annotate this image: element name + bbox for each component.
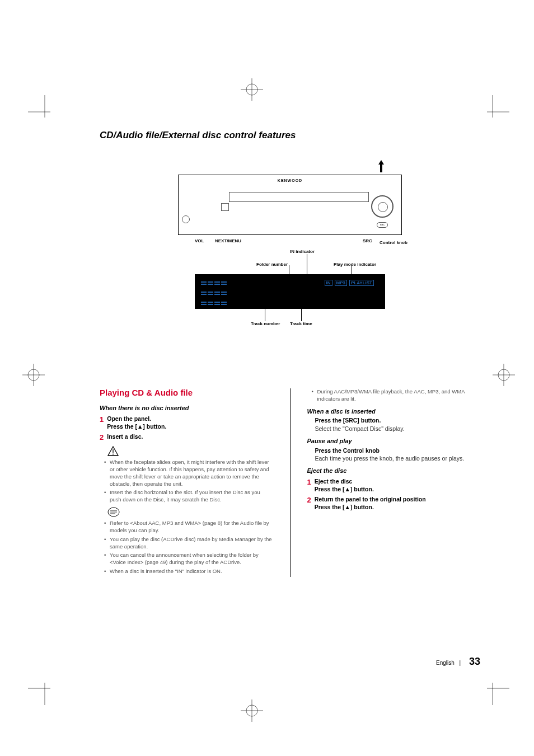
heading-playing-cd: Playing CD & Audio file bbox=[100, 387, 273, 398]
eject-icon: ▲ bbox=[137, 423, 143, 430]
instruction-bold: Press the [SRC] button. bbox=[315, 416, 480, 424]
registration-mark-bottom bbox=[235, 694, 269, 727]
display-tag-in: IN bbox=[325, 280, 332, 286]
step-2-title: Insert a disc. bbox=[107, 433, 273, 440]
step-number: 1 bbox=[307, 477, 311, 493]
step-title: Eject the disc bbox=[315, 477, 480, 485]
subheading-pause-play: Pause and play bbox=[307, 437, 480, 445]
label-next-menu: NEXT/MENU bbox=[215, 238, 241, 243]
instruction-text: Select the "Compact Disc" display. bbox=[315, 425, 480, 433]
footer-sep: | bbox=[460, 660, 461, 666]
crop-mark-bottom-right bbox=[476, 672, 509, 705]
brand-label: KENWOOD bbox=[278, 179, 302, 182]
step-number: 2 bbox=[307, 495, 311, 511]
label-src: SRC bbox=[363, 238, 372, 243]
step-instruction: Press the [▲] button. bbox=[315, 503, 480, 511]
right-column: During AAC/MP3/WMA file playback, the AA… bbox=[307, 387, 480, 577]
eject-step-1: 1 Eject the disc Press the [▲] button. bbox=[307, 477, 480, 493]
instruction-text: Each time you press the knob, the audio … bbox=[315, 454, 480, 462]
warning-icon bbox=[107, 446, 273, 458]
label-vol: VOL bbox=[195, 238, 204, 243]
page-number: 33 bbox=[469, 656, 480, 667]
disc-slot bbox=[229, 192, 369, 202]
footer-lang: English bbox=[436, 660, 455, 666]
list-item: You can cancel the announcement when sel… bbox=[110, 552, 273, 566]
label-play-mode-indicator: Play mode indicator bbox=[334, 262, 376, 267]
eject-icon: ▲ bbox=[344, 504, 350, 510]
step-instruction: Press the [▲] button. bbox=[315, 485, 480, 493]
vol-knob-icon bbox=[182, 215, 190, 223]
step-title: Return the panel to the original positio… bbox=[315, 495, 480, 503]
instruction-bold: Press the Control knob bbox=[315, 447, 480, 454]
registration-mark-right bbox=[487, 358, 521, 392]
note-list: Refer to <About AAC, MP3 and WMA> (page … bbox=[100, 520, 273, 575]
label-track-time: Track time bbox=[290, 321, 312, 326]
column-divider bbox=[290, 388, 291, 577]
list-item: When the faceplate slides open, it might… bbox=[110, 459, 273, 487]
subheading-disc-inserted: When a disc is inserted bbox=[307, 407, 480, 416]
label-control-knob: Control knob bbox=[380, 240, 407, 245]
list-item: When a disc is inserted the "IN" indicat… bbox=[110, 568, 273, 575]
note-icon bbox=[107, 507, 273, 519]
eject-step-2: 2 Return the panel to the original posit… bbox=[307, 495, 480, 511]
step-1: 1 Open the panel. Press the [▲] button. bbox=[100, 415, 273, 430]
crop-mark-top-right bbox=[476, 95, 509, 129]
list-item: Insert the disc horizontal to the slot. … bbox=[110, 489, 273, 504]
pointer-line bbox=[301, 309, 302, 321]
display-tag-mp3: MP3 bbox=[335, 280, 347, 286]
label-in-indicator: IN indicator bbox=[290, 249, 315, 254]
list-item: You can play the disc (ACDrive disc) mad… bbox=[110, 536, 273, 551]
label-track-number: Track number bbox=[251, 321, 280, 326]
pointer-line bbox=[265, 309, 265, 321]
list-item: Refer to <About AAC, MP3 and WMA> (page … bbox=[110, 520, 273, 534]
display-tag-playlist: PLAYLIST bbox=[349, 280, 374, 286]
src-button-icon: SRC bbox=[377, 222, 388, 228]
subheading-no-disc: When there is no disc inserted bbox=[100, 404, 273, 412]
display-panel: IN MP3 PLAYLIST bbox=[195, 274, 385, 309]
step-2: 2 Insert a disc. bbox=[100, 433, 273, 443]
eject-icon: ▲ bbox=[344, 486, 350, 492]
list-item: During AAC/MP3/WMA file playback, the AA… bbox=[317, 388, 480, 403]
label-folder-number: Folder number bbox=[256, 262, 288, 267]
crop-mark-bottom-left bbox=[28, 672, 62, 705]
next-menu-button-icon bbox=[221, 203, 229, 211]
registration-mark-top bbox=[235, 73, 269, 106]
registration-mark-left bbox=[17, 358, 50, 392]
step-number: 1 bbox=[100, 415, 104, 430]
warning-list: When the faceplate slides open, it might… bbox=[100, 459, 273, 504]
top-note-list: During AAC/MP3/WMA file playback, the AA… bbox=[307, 388, 480, 403]
svg-point-5 bbox=[113, 454, 114, 455]
crop-mark-top-left bbox=[28, 95, 62, 129]
step-number: 2 bbox=[100, 433, 104, 443]
subheading-eject: Eject the disc bbox=[307, 467, 480, 475]
step-1-instruction: Press the [▲] button. bbox=[107, 422, 273, 430]
left-column: Playing CD & Audio file When there is no… bbox=[100, 387, 273, 577]
device-figure: KENWOOD SRC VOL NEXT/MENU SRC Control kn… bbox=[167, 158, 413, 348]
control-knob-icon bbox=[371, 195, 394, 218]
step-1-title: Open the panel. bbox=[107, 415, 273, 422]
section-title: CD/Audio file/External disc control feat… bbox=[100, 130, 480, 141]
car-stereo-illustration: KENWOOD SRC bbox=[178, 175, 402, 235]
